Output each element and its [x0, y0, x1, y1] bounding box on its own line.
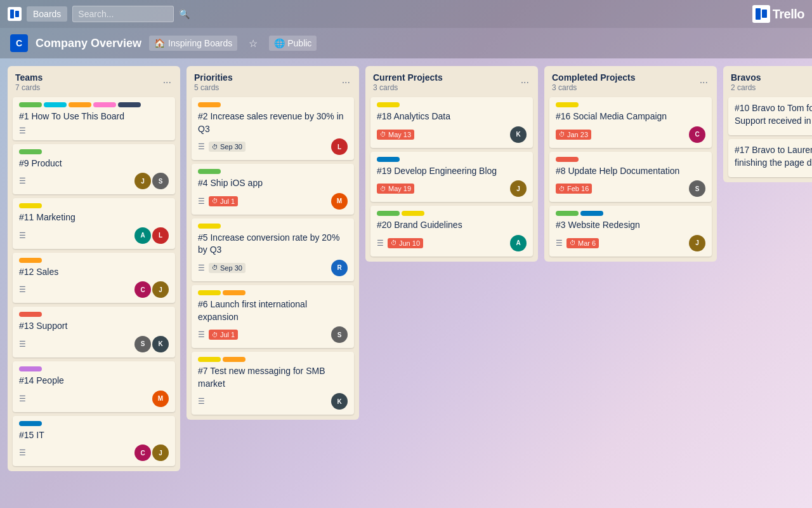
card-labels	[377, 211, 527, 216]
card-meta: ⏱ Feb 16	[556, 184, 592, 194]
column-menu-button[interactable]: ···	[698, 76, 709, 90]
clock-icon: ⏱	[212, 264, 218, 271]
due-date-label: May 13	[388, 131, 411, 138]
card-title: #4 Ship iOS app	[198, 177, 348, 190]
card-avatars: S	[689, 180, 705, 197]
card[interactable]: #7 Test new messaging for SMB market ☰K	[192, 352, 354, 415]
trello-logo: Trello	[752, 5, 804, 23]
card-meta: ⏱ May 19	[377, 184, 414, 194]
avatar: R	[331, 260, 348, 276]
card[interactable]: #18 Analytics Data ⏱ May 13 K	[370, 97, 533, 148]
card-label	[402, 211, 424, 216]
description-icon: ☰	[198, 142, 205, 151]
card-label	[19, 312, 42, 317]
card[interactable]: #11 Marketing ☰AL	[13, 198, 175, 249]
card-title: #6 Launch first international expansion	[198, 298, 348, 323]
card-labels	[19, 366, 169, 371]
column-body: #2 Increase sales revenue by 30% in Q3 ☰…	[187, 95, 359, 420]
card-footer: ⏱ May 19 J	[377, 180, 527, 197]
column-header: Current Projects 3 cards ···	[365, 66, 538, 95]
card-due-date: ⏱ Jan 23	[556, 130, 591, 140]
description-icon: ☰	[198, 197, 205, 206]
column-title: Current Projects	[373, 72, 443, 83]
avatar: J	[510, 180, 527, 197]
card-meta: ⏱ Jan 23	[556, 130, 591, 140]
card[interactable]: #19 Develop Engineering Blog ⏱ May 19 J	[370, 152, 533, 203]
card-avatars: C	[689, 126, 705, 143]
card-footer: ☰CJ	[19, 281, 169, 298]
card[interactable]: #13 Support ☰SK	[13, 307, 175, 358]
card-due-date: ⏱ May 13	[377, 130, 414, 140]
card-avatars: M	[331, 193, 348, 210]
card[interactable]: #4 Ship iOS app ☰ ⏱ Jul 1 M	[192, 164, 354, 215]
star-button[interactable]: ☆	[245, 36, 261, 51]
card-labels	[19, 149, 169, 154]
card-label	[223, 357, 246, 362]
card-footer: ☰ ⏱ Jul 1 M	[198, 193, 348, 210]
avatar: S	[689, 180, 705, 197]
card[interactable]: #16 Social Media Campaign ⏱ Jan 23 C	[549, 97, 712, 148]
nav-logo	[8, 7, 22, 21]
card-footer: ☰ ⏱ Sep 30 L	[198, 138, 348, 155]
card-label	[556, 157, 579, 162]
card-labels	[198, 169, 348, 174]
card-title: #15 IT	[19, 429, 169, 442]
column-body: #10 Bravo to Tom for most Customer Suppo…	[723, 95, 812, 182]
search-input[interactable]	[72, 6, 174, 22]
card-title: #12 Sales	[19, 266, 169, 279]
card[interactable]: #15 IT ☰CJ	[13, 416, 175, 467]
boards-button[interactable]: Boards	[27, 6, 67, 22]
card-avatars: K	[510, 126, 527, 143]
column-menu-button[interactable]: ···	[162, 76, 173, 90]
card-labels	[377, 102, 527, 107]
card-meta: ☰	[19, 126, 26, 135]
card-labels	[19, 312, 169, 317]
due-date-label: Mar 6	[578, 239, 596, 247]
card[interactable]: #8 Update Help Documentation ⏱ Feb 16 S	[549, 152, 712, 203]
card-label	[198, 224, 221, 229]
card-label	[19, 421, 42, 426]
card-meta: ☰ ⏱ Jun 10	[377, 238, 423, 248]
card-title: #8 Update Help Documentation	[556, 165, 705, 178]
card-meta: ⏱ May 13	[377, 130, 414, 140]
card[interactable]: #14 People ☰M	[13, 361, 175, 412]
column-menu-button[interactable]: ···	[520, 76, 530, 90]
card[interactable]: #12 Sales ☰CJ	[13, 253, 175, 304]
card-avatars: CJ	[134, 281, 169, 298]
avatar: J	[689, 235, 705, 251]
card[interactable]: #9 Product ☰JS	[13, 144, 175, 195]
description-icon: ☰	[377, 239, 384, 248]
column-menu-button[interactable]: ···	[341, 76, 351, 90]
card-footer: ⏱ Feb 16 S	[556, 180, 705, 197]
card[interactable]: #10 Bravo to Tom for most Customer Suppo…	[728, 97, 812, 135]
card[interactable]: #2 Increase sales revenue by 30% in Q3 ☰…	[192, 97, 354, 160]
visibility-label: Public	[287, 38, 311, 48]
card-meta: ☰ ⏱ Sep 30	[198, 263, 246, 273]
column-header: Bravos 2 cards ···	[723, 66, 812, 95]
card-label	[556, 211, 579, 216]
card-label	[19, 258, 42, 263]
avatar: S	[331, 326, 348, 343]
card-label	[198, 357, 221, 362]
card-label	[118, 102, 141, 107]
card-avatars: S	[331, 326, 348, 343]
card[interactable]: #3 Website Redesign ☰ ⏱ Mar 6 J	[549, 206, 712, 257]
card[interactable]: #6 Launch first international expansion …	[192, 285, 354, 348]
column-body: #16 Social Media Campaign ⏱ Jan 23 C#8 U…	[544, 95, 717, 262]
card[interactable]: #20 Brand Guidelines ☰ ⏱ Jun 10 A	[370, 206, 533, 257]
visibility-button[interactable]: 🌐 Public	[269, 36, 317, 51]
card[interactable]: #5 Increase conversion rate by 20% by Q3…	[192, 218, 354, 281]
card-title: #3 Website Redesign	[556, 219, 705, 232]
card-label	[19, 366, 42, 371]
card-labels	[19, 258, 169, 263]
card[interactable]: #1 How To Use This Board ☰	[13, 97, 175, 140]
workspace-button[interactable]: 🏠 Inspiring Boards	[149, 36, 237, 51]
card-avatars: J	[510, 180, 527, 197]
trello-icon	[8, 7, 22, 21]
avatar: J	[152, 281, 169, 298]
clock-icon: ⏱	[559, 185, 565, 192]
clock-icon: ⏱	[380, 185, 386, 192]
card-label	[377, 157, 400, 162]
card[interactable]: #17 Bravo to Lauren for lead and finishi…	[728, 139, 812, 177]
column-body: #1 How To Use This Board ☰#9 Product ☰JS…	[8, 95, 180, 471]
